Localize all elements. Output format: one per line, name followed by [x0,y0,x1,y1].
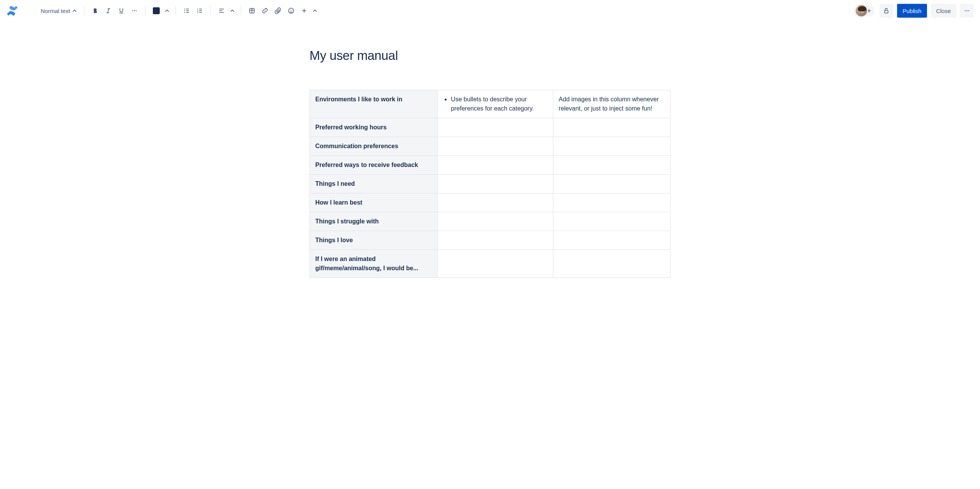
table-row[interactable]: How I learn best [310,193,670,212]
emoji-icon [288,7,295,14]
bold-icon [92,7,99,14]
row-label[interactable]: Things I need [310,175,438,193]
toolbar-separator [241,6,241,15]
row-bullet-cell[interactable] [438,118,553,137]
table-row[interactable]: Things I need [310,175,670,193]
toolbar-separator [84,6,84,15]
svg-point-12 [291,10,292,11]
numbered-list-button[interactable]: 123 [194,5,206,17]
svg-point-3 [184,8,185,9]
bullet-list-icon [183,7,190,14]
text-color-dropdown[interactable] [163,5,171,17]
svg-point-4 [184,10,185,11]
row-bullet-cell[interactable] [438,231,553,250]
toolbar-right: Publish Close [855,4,974,18]
insert-button[interactable] [298,5,310,17]
chevron-up-icon [230,9,234,13]
svg-point-2 [136,10,136,11]
text-color-button[interactable] [150,5,162,17]
text-style-label: Normal text [41,8,70,14]
emoji-button[interactable] [285,5,297,17]
italic-button[interactable] [102,5,114,17]
unlock-icon [883,7,890,14]
chevron-up-icon [313,9,317,13]
table-row[interactable]: If I were an animated gif/meme/animal/so… [310,250,670,278]
collaborators [855,4,876,17]
row-label[interactable]: How I learn best [310,193,438,212]
editor-toolbar: Normal text 123 [0,0,980,21]
underline-button[interactable] [115,5,127,17]
table-row[interactable]: Environments I like to work in Use bulle… [310,90,670,118]
svg-text:3: 3 [197,11,198,13]
svg-point-5 [184,12,185,13]
table-row[interactable]: Preferred working hours [310,118,670,137]
publish-button[interactable]: Publish [897,4,927,18]
row-label[interactable]: Things I struggle with [310,212,438,231]
svg-point-1 [134,10,134,11]
color-swatch-icon [153,7,160,14]
align-left-icon [218,7,225,14]
row-label[interactable]: Communication preferences [310,137,438,156]
row-label[interactable]: Preferred ways to receive feedback [310,156,438,175]
bullet-list-button[interactable] [180,5,193,17]
row-label[interactable]: Things I love [310,231,438,250]
text-style-select[interactable]: Normal text [36,5,79,17]
alignment-button[interactable] [215,5,228,17]
row-note-cell[interactable] [553,212,670,231]
alignment-dropdown[interactable] [228,5,236,17]
row-note-cell[interactable] [553,250,670,278]
svg-point-11 [290,10,291,11]
chevron-up-icon [165,9,169,13]
table-row[interactable]: Things I love [310,231,670,250]
paperclip-icon [275,7,281,14]
row-label[interactable]: If I were an animated gif/meme/animal/so… [310,250,438,278]
toolbar-left: Normal text 123 [6,5,855,17]
row-note-cell[interactable] [553,118,670,137]
row-note-cell[interactable] [553,193,670,212]
more-horizontal-icon [131,7,138,14]
plus-icon [301,7,308,14]
table-row[interactable]: Preferred ways to receive feedback [310,156,670,175]
underline-icon [118,7,125,14]
row-bullet-cell[interactable] [438,137,553,156]
row-bullet-cell[interactable] [438,193,553,212]
more-formatting-button[interactable] [128,5,141,17]
page-title[interactable]: My user manual [310,48,670,63]
row-label[interactable]: Environments I like to work in [310,90,438,118]
content-table[interactable]: Environments I like to work in Use bulle… [310,90,670,278]
svg-point-10 [288,8,294,13]
confluence-logo[interactable] [6,5,18,17]
row-note-cell[interactable]: Add images in this column whenever relev… [553,90,670,118]
close-button[interactable]: Close [931,4,956,18]
row-note-cell[interactable] [553,231,670,250]
svg-point-14 [965,10,965,11]
row-bullet-cell[interactable] [438,156,553,175]
toolbar-separator [210,6,211,15]
bullet-item: Use bullets to describe your preferences… [451,95,547,113]
row-bullet-cell[interactable] [438,250,553,278]
link-icon [262,7,268,14]
toolbar-separator [175,6,176,15]
row-bullet-cell[interactable] [438,212,553,231]
table-row[interactable]: Things I struggle with [310,212,670,231]
bold-button[interactable] [89,5,101,17]
row-bullet-cell[interactable]: Use bullets to describe your preferences… [438,90,553,118]
restrictions-button[interactable] [879,4,893,18]
more-horizontal-icon [963,7,970,14]
table-icon [248,7,255,14]
insert-dropdown[interactable] [311,5,319,17]
svg-point-15 [967,10,967,11]
svg-point-0 [132,10,133,11]
attachment-button[interactable] [272,5,284,17]
row-note-cell[interactable] [553,175,670,193]
row-note-cell[interactable] [553,156,670,175]
more-actions-button[interactable] [960,4,974,18]
svg-rect-13 [885,10,888,13]
table-button[interactable] [246,5,258,17]
numbered-list-icon: 123 [196,7,203,14]
row-bullet-cell[interactable] [438,175,553,193]
row-note-cell[interactable] [553,137,670,156]
row-label[interactable]: Preferred working hours [310,118,438,137]
link-button[interactable] [259,5,271,17]
table-row[interactable]: Communication preferences [310,137,670,156]
